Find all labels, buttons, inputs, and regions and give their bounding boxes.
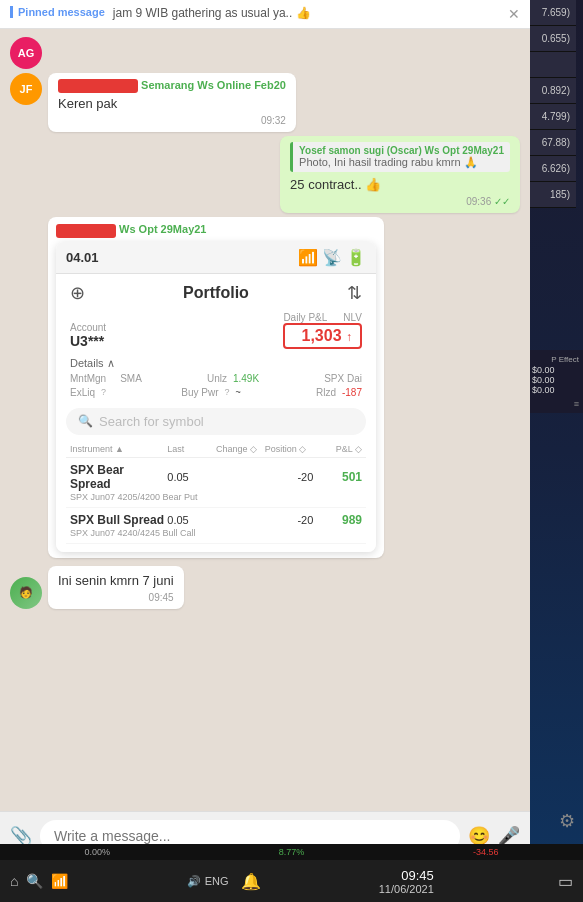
details-toggle[interactable]: Details ∧ xyxy=(70,357,362,370)
position-val: -20 xyxy=(265,471,314,483)
eng-label: ENG xyxy=(205,875,229,887)
instrument-sub: SPX Jun07 4205/4200 Bear Put xyxy=(70,492,362,502)
buy-pwr-label: Buy Pwr xyxy=(181,387,218,398)
signal-icon: 📶 xyxy=(298,248,318,267)
instrument-sub: SPX Jun07 4240/4245 Bull Call xyxy=(70,528,362,538)
message-bubble: Semarang Ws Online Feb20 Keren pak 09:32 xyxy=(48,73,296,132)
portfolio-title: Portfolio xyxy=(183,284,249,302)
message-row-outgoing: Yosef samon sugi (Oscar) Ws Opt 29May21 … xyxy=(10,136,520,213)
bottom-message-time: 09:45 xyxy=(58,592,174,603)
sound-icon[interactable]: 🔊 xyxy=(187,875,201,888)
mntmgn-label: MntMgn xyxy=(70,373,106,384)
details-row-2: ExLiq ? Buy Pwr ? ~ Rlzd -187 xyxy=(70,387,362,398)
taskbar-right: 09:45 11/06/2021 xyxy=(379,868,434,895)
message-row: JF Semarang Ws Online Feb20 Keren pak 09… xyxy=(10,73,520,132)
right-panel-row: 7.659) xyxy=(530,0,576,26)
pin-close-icon[interactable]: ✕ xyxy=(508,6,520,22)
taskbar-center: 🔊 ENG 🔔 xyxy=(187,872,261,891)
exliq-label: ExLiq xyxy=(70,387,95,398)
right-panel-row: 185) xyxy=(530,182,576,208)
rlzd-value: -187 xyxy=(342,387,362,398)
th-change: Change ◇ xyxy=(216,444,265,454)
portfolio-add-icon[interactable]: ⊕ xyxy=(70,282,85,304)
right-panel-row: 4.799) xyxy=(530,104,576,130)
portfolio-screenshot: 04.01 📶 📡 🔋 ⊕ Portfolio ⇅ xyxy=(56,242,376,552)
right-panel-row: 0.892) xyxy=(530,78,576,104)
pinned-bar: Pinned message jam 9 WIB gathering as us… xyxy=(0,0,530,29)
notification-icon[interactable]: 🔔 xyxy=(241,872,261,891)
right-panel: 7.659) 0.655) 0.892) 4.799) 67.88) 6.626… xyxy=(528,0,578,208)
daily-pnl-label: Daily P&L xyxy=(283,312,327,323)
redacted-name xyxy=(56,224,116,238)
pnl-value: 1,303 ↑ xyxy=(283,323,362,349)
table-row: SPX Bear Spread 0.05 -20 501 SPX Jun07 4… xyxy=(66,458,366,508)
message-row: AG xyxy=(10,37,520,69)
wifi-taskbar-icon: 📶 xyxy=(51,873,68,889)
effect-panel: P Effect $0.00 $0.00 $0.00 ≡ xyxy=(528,350,583,413)
pinned-label: Pinned message xyxy=(10,6,105,18)
th-pnl: P&L ◇ xyxy=(313,444,362,454)
message-row-portfolio: Ws Opt 29May21 04.01 📶 📡 🔋 xyxy=(10,217,520,557)
redacted-name xyxy=(58,79,138,93)
symbol-search-bar[interactable]: 🔍 Search for symbol xyxy=(66,408,366,435)
search-placeholder: Search for symbol xyxy=(99,414,204,429)
battery-icon: 🔋 xyxy=(346,248,366,267)
quote-text: Photo, Ini hasil trading rabu kmrn 🙏 xyxy=(299,156,504,169)
th-last: Last xyxy=(167,444,216,454)
right-panel-row: 67.88) xyxy=(530,130,576,156)
portfolio-bubble: Ws Opt 29May21 04.01 📶 📡 🔋 xyxy=(48,217,384,557)
quote-block: Yosef samon sugi (Oscar) Ws Opt 29May21 … xyxy=(290,142,510,172)
pnl-val: 989 xyxy=(313,513,362,527)
chat-container: Pinned message jam 9 WIB gathering as us… xyxy=(0,0,530,860)
table-row: SPX Bull Spread 0.05 -20 989 SPX Jun07 4… xyxy=(66,508,366,544)
gear-icon[interactable]: ⚙ xyxy=(559,810,575,832)
right-panel-row: 6.626) xyxy=(530,156,576,182)
account-label: Account xyxy=(70,322,106,333)
outgoing-bubble: Yosef samon sugi (Oscar) Ws Opt 29May21 … xyxy=(280,136,520,213)
nlv-label: NLV xyxy=(343,312,362,323)
strip-val-2: 8.77% xyxy=(279,847,305,857)
bottom-message-row: 🧑 Ini senin kmrn 7 juni 09:45 xyxy=(10,562,520,613)
pnl-val: 501 xyxy=(313,470,362,484)
unlzd-value: 1.49K xyxy=(233,373,259,384)
details-row-1: MntMgn SMA Unlz 1.49K SPX Dai xyxy=(70,373,362,384)
th-instrument: Instrument ▲ xyxy=(70,444,167,454)
quote-name: Yosef samon sugi (Oscar) Ws Opt 29May21 xyxy=(299,145,504,156)
portfolio-filter-icon[interactable]: ⇅ xyxy=(347,282,362,304)
account-number: U3*** xyxy=(70,333,106,349)
last-price: 0.05 xyxy=(167,514,216,526)
pnl-arrow: ↑ xyxy=(346,330,352,344)
avatar: AG xyxy=(10,37,42,69)
unlzd-label: Unlz xyxy=(207,373,227,384)
portfolio-clock: 04.01 xyxy=(66,250,99,265)
status-icons: 📶 📡 🔋 xyxy=(298,248,366,267)
bottom-message-bubble: Ini senin kmrn 7 juni 09:45 xyxy=(48,566,184,609)
start-icon[interactable]: ⌂ xyxy=(10,873,18,889)
sender-name: Semarang Ws Online Feb20 xyxy=(58,79,286,93)
position-val: -20 xyxy=(265,514,314,526)
help-icon: ? xyxy=(101,387,106,397)
bottom-message-text: Ini senin kmrn 7 juni xyxy=(58,572,174,590)
portfolio-status-bar: 04.01 📶 📡 🔋 xyxy=(56,242,376,274)
search-taskbar-icon[interactable]: 🔍 xyxy=(26,873,43,889)
wifi-icon: 📡 xyxy=(322,248,342,267)
strip-val-1: 0.00% xyxy=(84,847,110,857)
pinned-text: jam 9 WIB gathering as usual ya.. 👍 xyxy=(113,6,500,20)
bottom-strip: 0.00% 8.77% -34.56 xyxy=(0,844,583,860)
chevron-up-icon: ∧ xyxy=(107,357,115,370)
bottom-avatar: 🧑 xyxy=(10,577,42,609)
message-time: 09:36 xyxy=(290,196,510,207)
taskbar-date: 11/06/2021 xyxy=(379,883,434,895)
account-section: Account U3*** Daily P&L NLV xyxy=(56,312,376,353)
instrument-name: SPX Bull Spread xyxy=(70,513,167,527)
spx-label: SPX Dai xyxy=(324,373,362,384)
effect-label: P Effect xyxy=(532,354,579,365)
desktop-icon[interactable]: ▭ xyxy=(558,872,573,891)
th-position: Position ◇ xyxy=(265,444,314,454)
taskbar-time: 09:45 xyxy=(401,868,434,883)
strip-val-3: -34.56 xyxy=(473,847,499,857)
taskbar: ⌂ 🔍 📶 🔊 ENG 🔔 09:45 11/06/2021 ▭ xyxy=(0,860,583,902)
message-text: Keren pak xyxy=(58,95,286,113)
instrument-name: SPX Bear Spread xyxy=(70,463,167,491)
message-time: 09:32 xyxy=(58,115,286,126)
